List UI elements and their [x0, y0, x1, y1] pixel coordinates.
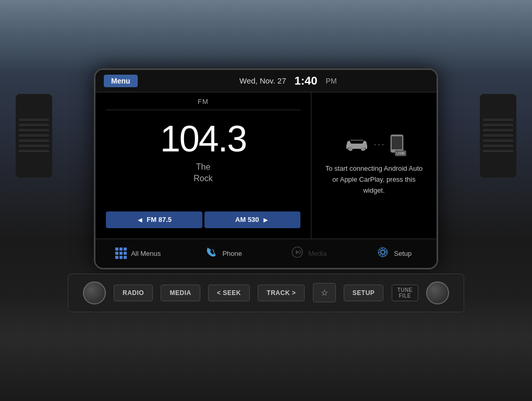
- connect-description: To start connecting Android Auto or Appl…: [322, 163, 426, 196]
- star-icon: ☆: [321, 288, 328, 297]
- favorite-button[interactable]: ☆: [313, 283, 336, 302]
- car-icon: [344, 136, 370, 153]
- physical-button-bar: RADIO MEDIA < SEEK TRACK > ☆ SETUP TUNE …: [68, 274, 464, 312]
- setup-button[interactable]: Setup: [352, 239, 437, 268]
- left-arrow-icon: ◄: [136, 216, 143, 224]
- svg-point-6: [381, 250, 385, 254]
- main-content-area: FM 104.3 The Rock ◄ FM 87.5 AM 530 ►: [95, 92, 437, 239]
- band-label: FM: [198, 98, 209, 105]
- preset-am-button[interactable]: AM 530 ►: [204, 211, 301, 228]
- usb-badge: USB: [395, 150, 406, 156]
- menu-button[interactable]: Menu: [104, 75, 138, 87]
- media-button[interactable]: Media: [266, 239, 352, 268]
- setup-phys-button[interactable]: SETUP: [344, 285, 384, 301]
- band-divider: [106, 110, 300, 110]
- preset-fm-button[interactable]: ◄ FM 87.5: [106, 211, 202, 228]
- header-bar: Menu Wed, Nov. 27 1:40 PM: [95, 70, 437, 92]
- radio-panel: FM 104.3 The Rock ◄ FM 87.5 AM 530 ►: [95, 92, 311, 239]
- ampm-text: PM: [326, 77, 337, 85]
- phone-icon: [204, 245, 218, 262]
- preset-row: ◄ FM 87.5 AM 530 ►: [106, 211, 300, 228]
- connect-icons: ··· USB: [344, 134, 404, 155]
- media-phys-button[interactable]: MEDIA: [161, 285, 200, 301]
- date-time-display: Wed, Nov. 27 1:40 PM: [148, 74, 428, 88]
- left-knob[interactable]: [83, 281, 106, 304]
- date-text: Wed, Nov. 27: [239, 76, 286, 85]
- tune-file-display: TUNE FILE: [392, 285, 418, 301]
- setup-nav-label: Setup: [394, 250, 412, 257]
- phone-device-icon: USB: [390, 134, 404, 155]
- track-button[interactable]: TRACK >: [258, 285, 305, 301]
- gear-icon: [376, 245, 390, 262]
- svg-point-0: [348, 147, 353, 151]
- phone-label: Phone: [222, 250, 242, 257]
- dots-separator: ···: [374, 140, 385, 149]
- bottom-nav: All Menus Phone: [95, 239, 437, 268]
- time-text: 1:40: [295, 74, 318, 88]
- svg-point-1: [361, 147, 365, 151]
- infotainment-screen: Menu Wed, Nov. 27 1:40 PM FM 104.3 The R…: [94, 68, 438, 269]
- station-name: The Rock: [194, 161, 212, 185]
- radio-button[interactable]: RADIO: [114, 285, 153, 301]
- phone-button[interactable]: Phone: [181, 239, 267, 268]
- grid-icon: [115, 247, 127, 259]
- right-knob[interactable]: [426, 281, 449, 304]
- media-icon: [291, 245, 304, 262]
- right-vent: [480, 94, 516, 178]
- connect-widget[interactable]: ··· USB To start connecting Android Auto…: [311, 92, 437, 239]
- seek-button[interactable]: < SEEK: [208, 285, 250, 301]
- all-menus-button[interactable]: All Menus: [95, 239, 181, 268]
- svg-rect-3: [392, 136, 402, 149]
- all-menus-label: All Menus: [131, 250, 161, 257]
- left-vent: [16, 94, 52, 178]
- frequency-display: 104.3: [160, 121, 246, 157]
- right-arrow-icon: ►: [262, 216, 270, 224]
- media-label: Media: [308, 250, 327, 257]
